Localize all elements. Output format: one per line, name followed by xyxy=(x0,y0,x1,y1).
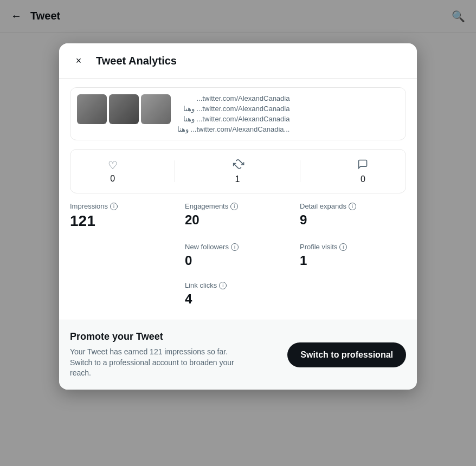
engagement-row: ♡ 0 1 xyxy=(70,149,406,193)
modal-title: Tweet Analytics xyxy=(96,55,177,67)
retweets-count: 1 xyxy=(235,174,240,184)
background-page: ← Tweet 🔍 × Tweet Analytics twitter.com/… xyxy=(0,0,476,466)
tweet-analytics-modal: × Tweet Analytics twitter.com/AlexandCan… xyxy=(59,43,417,390)
new-followers-label: New followers i xyxy=(185,243,291,251)
stats-grid-bottom: New followers i 0 Profile visits i 1 xyxy=(70,243,406,268)
impressions-value: 121 xyxy=(70,212,176,230)
stats-grid-link: Link clicks i 4 xyxy=(70,281,406,307)
engagements-info-icon[interactable]: i xyxy=(230,203,238,210)
likes-item: ♡ 0 xyxy=(108,159,118,184)
profile-visits-label: Profile visits i xyxy=(300,243,406,251)
new-followers-stat: New followers i 0 xyxy=(185,243,291,268)
profile-visits-stat: Profile visits i 1 xyxy=(300,243,406,268)
stats-section: Impressions i 121 Engagements i 20 xyxy=(59,202,417,320)
switch-professional-button[interactable]: Switch to professional xyxy=(287,342,406,367)
retweets-item: 1 xyxy=(232,158,243,184)
tweet-link-2[interactable]: twitter.com/AlexandCanadia... وهنا xyxy=(177,105,290,113)
link-clicks-stat: Link clicks i 4 xyxy=(185,281,291,307)
link-clicks-info-icon[interactable]: i xyxy=(219,282,227,289)
empty-stat-3 xyxy=(300,281,406,307)
detail-expands-value: 9 xyxy=(300,212,406,228)
impressions-info-icon[interactable]: i xyxy=(110,203,118,210)
new-followers-info-icon[interactable]: i xyxy=(231,243,239,251)
like-icon: ♡ xyxy=(108,159,118,172)
likes-count: 0 xyxy=(110,174,115,184)
link-clicks-label: Link clicks i xyxy=(185,281,291,289)
tweet-images xyxy=(77,94,171,124)
promote-section: Promote your Tweet Your Tweet has earned… xyxy=(59,320,417,390)
tweet-links: twitter.com/AlexandCanadia... twitter.co… xyxy=(177,94,290,133)
modal-overlay: × Tweet Analytics twitter.com/AlexandCan… xyxy=(0,0,476,466)
profile-visits-info-icon[interactable]: i xyxy=(339,243,347,251)
reply-icon xyxy=(357,159,368,172)
empty-stat-2 xyxy=(70,281,176,307)
stats-grid-top: Impressions i 121 Engagements i 20 xyxy=(70,202,406,230)
new-followers-value: 0 xyxy=(185,253,291,268)
promote-text: Promote your Tweet Your Tweet has earned… xyxy=(70,331,243,379)
promote-title: Promote your Tweet xyxy=(70,331,243,342)
detail-expands-label: Detail expands i xyxy=(300,202,406,210)
profile-visits-value: 1 xyxy=(300,253,406,268)
link-clicks-value: 4 xyxy=(185,292,291,307)
engagements-value: 20 xyxy=(185,212,291,228)
divider-2 xyxy=(300,160,300,182)
promote-description: Your Tweet has earned 121 impressions so… xyxy=(70,347,243,379)
tweet-link-1[interactable]: twitter.com/AlexandCanadia... xyxy=(177,94,290,102)
tweet-preview: twitter.com/AlexandCanadia... twitter.co… xyxy=(70,87,406,140)
impressions-stat: Impressions i 121 xyxy=(70,202,176,230)
detail-expands-stat: Detail expands i 9 xyxy=(300,202,406,230)
replies-item: 0 xyxy=(357,159,368,184)
engagements-stat: Engagements i 20 xyxy=(185,202,291,230)
engagements-label: Engagements i xyxy=(185,202,291,210)
divider-1 xyxy=(175,160,175,182)
detail-expands-info-icon[interactable]: i xyxy=(349,203,356,210)
replies-count: 0 xyxy=(361,174,365,184)
tweet-link-3[interactable]: twitter.com/AlexandCanadia... وهنا xyxy=(177,115,290,123)
close-button[interactable]: × xyxy=(70,52,87,69)
empty-stat xyxy=(70,243,176,268)
tweet-image-3 xyxy=(141,94,171,124)
tweet-link-4[interactable]: ...twitter.com/AlexandCanadia... وهنا xyxy=(177,125,290,133)
modal-header: × Tweet Analytics xyxy=(59,43,417,79)
impressions-label: Impressions i xyxy=(70,202,176,210)
tweet-image-2 xyxy=(109,94,139,124)
tweet-image-1 xyxy=(77,94,107,124)
retweet-icon xyxy=(229,157,247,174)
